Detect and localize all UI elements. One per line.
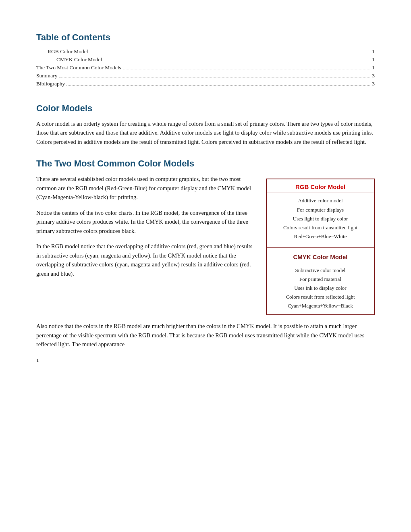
toc-label-summary: Summary <box>36 73 58 79</box>
sidebar-rgb-item-2: For computer displays <box>271 206 370 214</box>
table-of-contents: Table of Contents RGB Color Model 1 CMYK… <box>36 32 375 87</box>
toc-page-cmyk: 1 <box>372 56 375 63</box>
toc-dots-rgb <box>90 53 371 53</box>
sidebar-rgb-items: Additive color model For computer displa… <box>267 193 374 245</box>
two-models-heading: The Two Most Common Color Models <box>36 158 375 169</box>
toc-dots-bibliography <box>66 85 370 85</box>
sidebar-rgb-item-1: Additive color model <box>271 196 370 205</box>
sidebar-cmyk-title: CMYK Color Model <box>267 250 374 263</box>
sidebar-cmyk-item-2: For printed material <box>271 275 370 284</box>
toc-label-rgb: RGB Color Model <box>48 48 88 55</box>
toc-entry-two-models: The Two Most Common Color Models 1 <box>36 64 375 71</box>
toc-label-bibliography: Bibliography <box>36 81 65 87</box>
toc-entry-summary: Summary 3 <box>36 73 375 79</box>
two-models-para2: Notice the centers of the two color char… <box>36 208 258 235</box>
color-models-heading: Color Models <box>36 103 375 114</box>
toc-page-rgb: 1 <box>372 48 375 55</box>
sidebar-cmyk-item-1: Subtractive color model <box>271 266 370 275</box>
main-content: There are several established color mode… <box>36 175 266 285</box>
toc-heading: Table of Contents <box>36 32 375 43</box>
color-models-body: A color model is an orderly system for c… <box>36 119 375 146</box>
toc-page-bibliography: 3 <box>372 81 375 87</box>
toc-entry-cmyk: CMYK Color Model 1 <box>36 56 375 63</box>
toc-dots-summary <box>59 77 371 77</box>
content-with-sidebar: There are several established color mode… <box>36 175 375 315</box>
sidebar-cmyk-item-4: Colors result from reflected light <box>271 293 370 301</box>
toc-page-summary: 3 <box>372 73 375 79</box>
page-number: 1 <box>36 357 39 364</box>
toc-page-two-models: 1 <box>372 64 375 71</box>
sidebar-rgb-item-4: Colors result from transmitted light <box>271 223 370 232</box>
color-models-section: Color Models A color model is an orderly… <box>36 103 375 146</box>
two-models-section: The Two Most Common Color Models There a… <box>36 158 375 349</box>
two-models-para1: There are several established color mode… <box>36 175 258 202</box>
sidebar-rgb-item-3: Uses light to display color <box>271 214 370 223</box>
sidebar-cmyk-item-5: Cyan+Magenta+Yellow=Black <box>271 301 370 310</box>
toc-dots-cmyk <box>104 61 370 61</box>
toc-entry-rgb: RGB Color Model 1 <box>36 48 375 55</box>
toc-entry-bibliography: Bibliography 3 <box>36 81 375 87</box>
sidebar-box: RGB Color Model Additive color model For… <box>266 179 375 315</box>
toc-label-cmyk: CMYK Color Model <box>56 56 102 63</box>
toc-label-two-models: The Two Most Common Color Models <box>36 64 121 71</box>
toc-dots-two-models <box>123 69 371 69</box>
sidebar-divider <box>267 247 374 248</box>
sidebar-rgb-title: RGB Color Model <box>267 179 374 193</box>
page: Table of Contents RGB Color Model 1 CMYK… <box>0 0 411 380</box>
two-models-para3: In the RGB model notice that the overlap… <box>36 242 258 278</box>
sidebar-cmyk-item-3: Uses ink to display color <box>271 284 370 293</box>
also-notice-para: Also notice that the colors in the RGB m… <box>36 322 375 349</box>
sidebar-cmyk-items: Subtractive color model For printed mate… <box>267 263 374 314</box>
sidebar-rgb-item-5: Red+Green+Blue=White <box>271 232 370 241</box>
